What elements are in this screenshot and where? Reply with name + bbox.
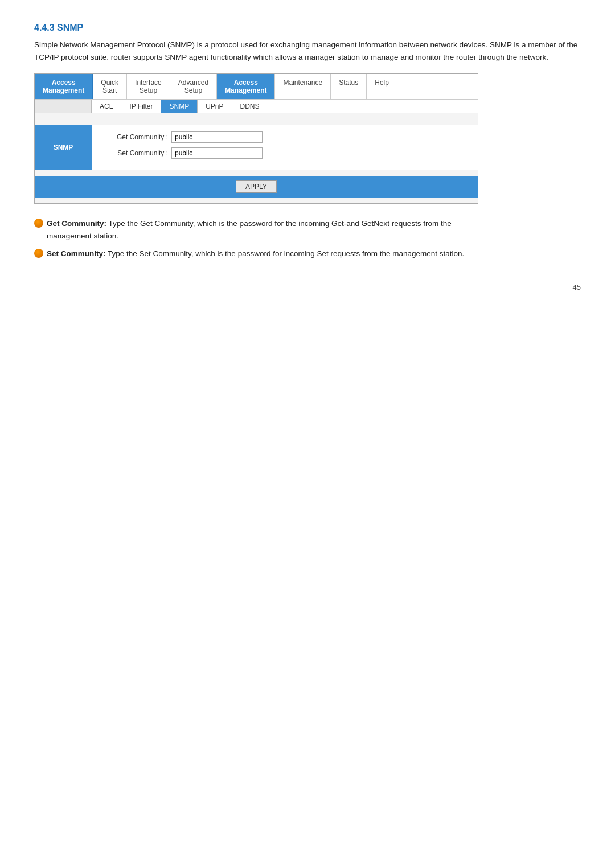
get-community-desc-item: Get Community: Type the Get Community, w… (34, 217, 478, 242)
sub-nav-ip-filter[interactable]: IP Filter (121, 100, 161, 113)
section-title: 4.4.3 SNMP (34, 23, 581, 33)
intro-paragraph: Simple Network Management Protocol (SNMP… (34, 39, 581, 63)
sub-nav-ddns[interactable]: DDNS (232, 100, 268, 113)
apply-row: APPLY (35, 176, 478, 198)
snmp-form: Get Community : Set Community : (92, 125, 478, 170)
page-number: 45 (34, 283, 581, 291)
get-community-term: Get Community: (47, 219, 106, 228)
top-nav: Access Management QuickStart InterfaceSe… (35, 74, 478, 100)
sub-nav-upnp[interactable]: UPnP (198, 100, 232, 113)
snmp-section-label: SNMP (35, 125, 92, 170)
get-community-row: Get Community : (103, 131, 466, 143)
get-community-icon (34, 219, 43, 228)
set-community-desc-item: Set Community: Type the Set Community, w… (34, 248, 478, 260)
get-community-label: Get Community : (103, 133, 171, 141)
set-community-desc-text: Set Community: Type the Set Community, w… (47, 248, 464, 260)
snmp-section: SNMP Get Community : Set Community : (35, 125, 478, 170)
nav-item-help[interactable]: Help (367, 74, 397, 99)
nav-item-quickstart[interactable]: QuickStart (93, 74, 127, 99)
nav-item-interface-setup[interactable]: InterfaceSetup (127, 74, 170, 99)
nav-item-advanced-setup[interactable]: AdvancedSetup (170, 74, 217, 99)
get-community-desc-text: Get Community: Type the Get Community, w… (47, 217, 478, 242)
set-community-row: Set Community : (103, 147, 466, 159)
set-community-label: Set Community : (103, 149, 171, 157)
set-community-icon (34, 249, 43, 258)
apply-button[interactable]: APPLY (236, 180, 277, 193)
set-community-desc-body: Type the Set Community, which is the pas… (108, 249, 464, 258)
nav-item-access-management[interactable]: AccessManagement (217, 74, 275, 99)
nav-side-label[interactable]: Access Management (35, 74, 93, 99)
router-ui: Access Management QuickStart InterfaceSe… (34, 73, 478, 204)
set-community-input[interactable] (171, 147, 263, 159)
description-list: Get Community: Type the Get Community, w… (34, 217, 478, 260)
get-community-desc-body: Type the Get Community, which is the pas… (47, 219, 452, 240)
nav-side-label-line1: Access (52, 79, 76, 87)
nav-item-maintenance[interactable]: Maintenance (275, 74, 331, 99)
content-area: SNMP Get Community : Set Community : APP… (35, 117, 478, 203)
get-community-input[interactable] (171, 131, 263, 143)
sub-nav-items: ACL IP Filter SNMP UPnP DDNS (92, 100, 478, 113)
set-community-term: Set Community: (47, 249, 106, 258)
sub-nav-wrapper: ACL IP Filter SNMP UPnP DDNS (35, 100, 478, 113)
nav-side-label-line2: Management (43, 87, 84, 94)
sub-nav-snmp[interactable]: SNMP (161, 100, 198, 113)
sub-nav-pad (35, 100, 92, 113)
sub-nav-acl[interactable]: ACL (92, 100, 121, 113)
nav-item-status[interactable]: Status (331, 74, 367, 99)
